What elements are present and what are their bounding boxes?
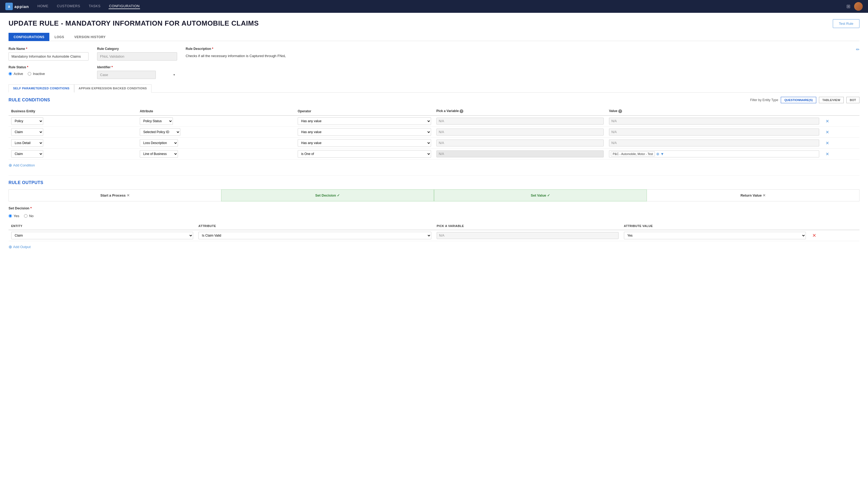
nav-tasks[interactable]: TASKS: [88, 4, 101, 9]
conditions-section: SELF PARAMETERIZED CONDITIONS APPIAN EXP…: [8, 84, 860, 168]
row1-value-input[interactable]: [609, 118, 819, 125]
row2-operator-cell: Has any value: [295, 127, 434, 138]
row1-entity-select[interactable]: Policy: [11, 117, 43, 125]
row4-delete-button[interactable]: ✕: [825, 152, 830, 157]
main-tabs: CONFIGURATIONS LOGS VERSION HISTORY: [8, 33, 860, 41]
nav-links: HOME CUSTOMERS TASKS CONFIGURATION: [37, 4, 846, 9]
row2-attribute-select[interactable]: Selected Policy ID: [140, 128, 180, 136]
rule-name-input[interactable]: [8, 52, 89, 61]
status-active-radio[interactable]: [8, 72, 12, 75]
out-row1-attr-value-select[interactable]: Yes: [624, 232, 806, 239]
out-row1-entity-select[interactable]: Claim: [11, 232, 193, 239]
edit-icon[interactable]: ✏: [856, 47, 860, 52]
output-tab-return-value[interactable]: Return Value ✕: [647, 189, 860, 202]
row3-entity-select[interactable]: Loss Detail: [11, 139, 43, 147]
row3-delete-button[interactable]: ✕: [825, 141, 830, 146]
nav-customers[interactable]: CUSTOMERS: [56, 4, 81, 9]
cond-tab-appian-expr[interactable]: APPIAN EXPRESSION BACKED CONDITIONS: [74, 84, 152, 93]
decision-no-radio[interactable]: [24, 214, 28, 218]
row1-delete-button[interactable]: ✕: [825, 119, 830, 124]
row3-entity-wrapper: Loss Detail: [11, 139, 134, 147]
status-radio-group: Active Inactive: [8, 71, 89, 76]
set-decision-section: Set Decision * Yes No ENTITY ATTRI: [8, 206, 860, 249]
top-nav: a appian HOME CUSTOMERS TASKS CONFIGURAT…: [0, 0, 868, 13]
page-title: UPDATE RULE - MANDATORY INFORMATION FOR …: [8, 19, 259, 28]
row4-entity-cell: Claim: [8, 149, 137, 159]
add-output-link[interactable]: ⊕ Add Output: [8, 244, 860, 249]
filter-bot[interactable]: BOT: [846, 97, 860, 103]
row4-attribute-select[interactable]: Line of Business: [140, 150, 178, 158]
col-attribute: Attribute: [137, 107, 295, 116]
decision-no-label[interactable]: No: [24, 214, 34, 218]
row2-entity-select[interactable]: Claim: [11, 128, 43, 136]
add-condition-link[interactable]: ⊕ Add Condition: [8, 163, 860, 168]
avatar: [854, 2, 863, 11]
output-tab-start-process[interactable]: Start a Process ✕: [8, 189, 221, 202]
out-row1-delete-button[interactable]: ✕: [811, 233, 817, 239]
row4-entity-select[interactable]: Claim: [11, 150, 43, 158]
identifier-select-wrapper: Case ▼: [97, 71, 177, 79]
outputs-table: ENTITY ATTRIBUTE PICK A VARIABLE ATTRIBU…: [8, 222, 860, 241]
identifier-select[interactable]: Case: [97, 71, 156, 79]
page-content: UPDATE RULE - MANDATORY INFORMATION FOR …: [0, 13, 868, 486]
rule-status-label: Rule Status *: [8, 65, 89, 69]
nav-home[interactable]: HOME: [37, 4, 49, 9]
row1-delete-cell: ✕: [822, 116, 860, 127]
grid-icon[interactable]: ⊞: [846, 3, 850, 9]
row2-attribute-wrapper: Selected Policy ID: [140, 128, 292, 136]
tab-logs[interactable]: LOGS: [49, 33, 69, 41]
output-tab-set-value[interactable]: Set Value ✓: [434, 189, 647, 202]
tab-configurations[interactable]: CONFIGURATIONS: [8, 33, 49, 41]
row3-operator-select[interactable]: Has any value: [298, 139, 431, 147]
status-inactive-label[interactable]: Inactive: [28, 72, 45, 76]
row3-entity-cell: Loss Detail: [8, 138, 137, 149]
filter-tableview[interactable]: TABLE/VIEW: [819, 97, 844, 103]
test-rule-button[interactable]: Test Rule: [833, 19, 860, 28]
decision-yes-label[interactable]: Yes: [8, 214, 19, 218]
row4-tag-clear-button[interactable]: ⊗: [656, 152, 660, 156]
row1-operator-select[interactable]: Has any value: [298, 117, 431, 125]
out-row1-attribute-wrapper: Is Claim Valid: [198, 232, 431, 239]
row4-operator-select[interactable]: is One of: [298, 150, 431, 158]
outputs-table-body: Claim Is Claim Valid: [8, 230, 860, 241]
row3-value-input[interactable]: [609, 140, 819, 146]
rule-category-label: Rule Category: [97, 47, 177, 51]
nav-configuration[interactable]: CONFIGURATION: [108, 4, 140, 9]
condition-tabs: SELF PARAMETERIZED CONDITIONS APPIAN EXP…: [8, 84, 860, 93]
out-row1-variable-cell: [434, 230, 621, 241]
set-decision-label: Set Decision *: [8, 206, 860, 210]
add-output-plus-icon: ⊕: [8, 244, 12, 249]
out-row1-attribute-select[interactable]: Is Claim Valid: [198, 232, 431, 239]
table-row: Claim Selected Policy ID: [8, 127, 860, 138]
row3-attribute-select[interactable]: Loss Description: [140, 139, 178, 147]
cond-tab-self-param[interactable]: SELF PARAMETERIZED CONDITIONS: [8, 84, 74, 93]
tab-version-history[interactable]: VERSION HISTORY: [69, 33, 111, 41]
row4-entity-wrapper: Claim: [11, 150, 134, 158]
row3-operator-wrapper: Has any value: [298, 139, 431, 147]
row2-operator-select[interactable]: Has any value: [298, 128, 431, 136]
row1-operator-cell: Has any value: [295, 116, 434, 127]
rule-conditions-header: RULE CONDITIONS Filter by Entity Type QU…: [8, 97, 860, 103]
filter-questionnaires[interactable]: QUESTIONNAIRE(S): [781, 97, 816, 103]
col-pick-variable: Pick a Variable ?: [434, 107, 606, 116]
decision-yes-radio[interactable]: [8, 214, 12, 218]
row3-attribute-wrapper: Loss Description: [140, 139, 292, 147]
rule-category-input: [97, 52, 177, 61]
output-tab-set-decision[interactable]: Set Decision ✓: [221, 189, 434, 202]
filter-label: Filter by Entity Type: [750, 98, 778, 102]
row3-variable-cell: [434, 138, 606, 149]
identifier-group: Identifier * Case ▼: [97, 65, 177, 79]
status-active-label[interactable]: Active: [8, 72, 23, 76]
required-star-3: *: [27, 65, 28, 69]
rule-outputs-title: RULE OUTPUTS: [8, 180, 860, 185]
row2-delete-button[interactable]: ✕: [825, 130, 830, 135]
out-col-attr-value: ATTRIBUTE VALUE: [621, 222, 808, 230]
row1-attribute-select[interactable]: Policy Status: [140, 117, 173, 125]
logo-text: appian: [14, 4, 29, 9]
row2-value-input[interactable]: [609, 128, 819, 135]
row4-tag-dropdown-button[interactable]: ▼: [660, 152, 664, 156]
status-inactive-radio[interactable]: [28, 72, 31, 75]
identifier-select-arrow: ▼: [173, 73, 176, 76]
row1-operator-wrapper: Has any value: [298, 117, 431, 125]
conditions-table-head: Business Entity Attribute Operator Pick …: [8, 107, 860, 116]
